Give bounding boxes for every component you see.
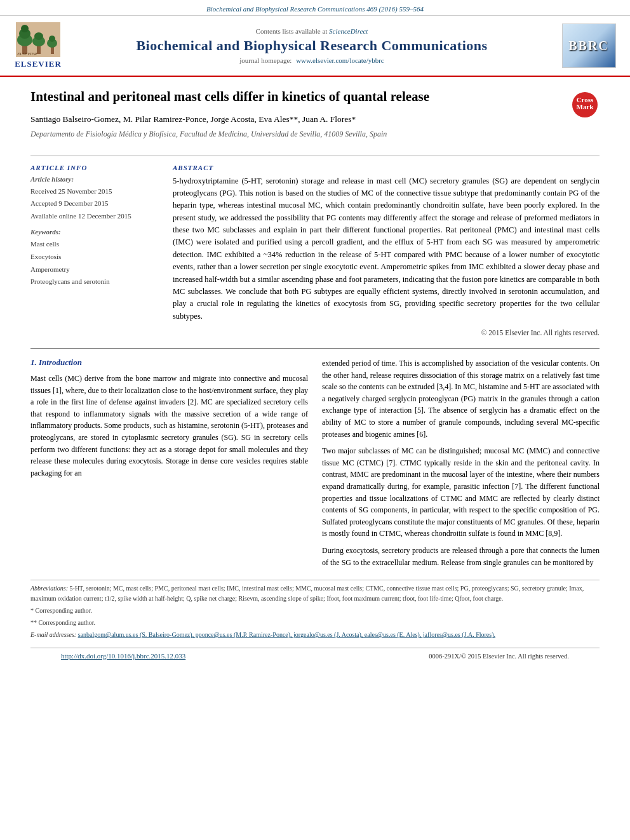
corresponding-2: ** Corresponding author. [30, 618, 600, 628]
keyword-2: Exocytosis [30, 251, 158, 263]
abstract-text: 5-hydroxytriptamine (5-HT, serotonin) st… [173, 175, 600, 323]
bbrc-logo: BBRC [562, 23, 616, 68]
footnote-divider [30, 580, 600, 580]
footnotes: Abbreviations: 5-HT, serotonin; MC, mast… [30, 583, 600, 640]
intro-paragraph-4: During exocytosis, secretory products ar… [322, 545, 600, 568]
svg-point-4 [21, 25, 29, 32]
divider-1 [30, 156, 600, 156]
abbreviations-label: Abbreviations: [30, 585, 68, 592]
issn-copyright: 0006-291X/© 2015 Elsevier Inc. All right… [429, 653, 569, 660]
keywords-list: Mast cells Exocytosis Amperometry Proteo… [30, 238, 158, 288]
article-info-label: Article Info [30, 164, 158, 171]
divider-2 [30, 348, 600, 349]
email-link[interactable]: sanbalgom@alum.us.es (S. Balseiro-Gomez)… [78, 631, 495, 638]
svg-text:ELSEVIER: ELSEVIER [17, 51, 37, 57]
abbreviations: Abbreviations: 5-HT, serotonin; MC, mast… [30, 583, 600, 604]
elsevier-tree-icon: ELSEVIER [16, 22, 60, 57]
sciencedirect-link[interactable]: ScienceDirect [329, 27, 368, 35]
abstract-col: Abstract 5-hydroxytriptamine (5-HT, sero… [173, 164, 600, 337]
homepage-url[interactable]: www.elsevier.com/locate/ybbrc [296, 57, 384, 64]
contents-line: Contents lists available at ScienceDirec… [70, 27, 554, 35]
svg-point-10 [49, 36, 55, 42]
body-left-col: 1. Introduction Mast cells (MC) derive f… [30, 357, 308, 573]
crossmark-icon: Cross Mark [571, 91, 600, 119]
intro-heading: 1. Introduction [30, 357, 308, 368]
article-history-label: Article history: [30, 175, 158, 183]
journal-header: ELSEVIER ELSEVIER Contents lists availab… [0, 16, 630, 77]
emails: E-mail addresses: sanbalgom@alum.us.es (… [30, 630, 600, 640]
bottom-bar: http://dx.doi.org/10.1016/j.bbrc.2015.12… [30, 648, 600, 663]
crossmark-badge[interactable]: Cross Mark [571, 91, 600, 119]
page: Biochemical and Biophysical Research Com… [0, 0, 630, 840]
available-date: Available online 12 December 2015 [30, 210, 158, 223]
intro-paragraph-1: Mast cells (MC) derive from the bone mar… [30, 373, 308, 479]
svg-point-7 [34, 32, 43, 40]
affiliation: Departamento de Fisiología Médica y Biof… [30, 130, 561, 139]
title-authors-block: Intestinal and peritoneal mast cells dif… [30, 88, 561, 149]
elsevier-label: ELSEVIER [15, 59, 62, 69]
article-title: Intestinal and peritoneal mast cells dif… [30, 88, 561, 105]
intro-paragraph-2: extended period of time. This is accompl… [322, 357, 600, 440]
journal-title: Biochemical and Biophysical Research Com… [70, 37, 554, 54]
article-dates: Received 25 November 2015 Accepted 9 Dec… [30, 185, 158, 223]
journal-center-info: Contents lists available at ScienceDirec… [70, 27, 554, 64]
body-two-col: 1. Introduction Mast cells (MC) derive f… [30, 357, 600, 573]
abstract-label: Abstract [173, 164, 600, 171]
article-info-col: Article Info Article history: Received 2… [30, 164, 158, 337]
article-info-abstract: Article Info Article history: Received 2… [30, 164, 600, 337]
intro-paragraph-3: Two major subclasses of MC can be distin… [322, 445, 600, 540]
keywords-label: Keywords: [30, 228, 158, 236]
article-content: Intestinal and peritoneal mast cells dif… [0, 77, 630, 675]
authors: Santiago Balseiro-Gomez, M. Pilar Ramire… [30, 113, 561, 126]
received-date: Received 25 November 2015 [30, 185, 158, 198]
doi-link[interactable]: http://dx.doi.org/10.1016/j.bbrc.2015.12… [61, 652, 185, 660]
abstract-copyright: © 2015 Elsevier Inc. All rights reserved… [173, 329, 600, 337]
accepted-date: Accepted 9 December 2015 [30, 197, 158, 210]
elsevier-logo: ELSEVIER ELSEVIER [13, 22, 64, 69]
svg-text:Mark: Mark [577, 103, 594, 110]
email-label: E-mail addresses: [30, 631, 76, 638]
bbrc-logo-container: BBRC [560, 23, 617, 68]
journal-citation: Biochemical and Biophysical Research Com… [206, 5, 424, 13]
body-right-col: extended period of time. This is accompl… [322, 357, 600, 573]
keyword-1: Mast cells [30, 238, 158, 251]
keyword-3: Amperometry [30, 263, 158, 276]
keyword-4: Proteoglycans and serotonin [30, 276, 158, 288]
homepage-line: journal homepage: www.elsevier.com/locat… [70, 57, 554, 64]
journal-banner: Biochemical and Biophysical Research Com… [0, 0, 630, 16]
corresponding-1: * Corresponding author. [30, 606, 600, 616]
abbreviations-text: 5-HT, serotonin; MC, mast cells; PMC, pe… [30, 585, 584, 602]
title-row: Intestinal and peritoneal mast cells dif… [30, 88, 600, 149]
